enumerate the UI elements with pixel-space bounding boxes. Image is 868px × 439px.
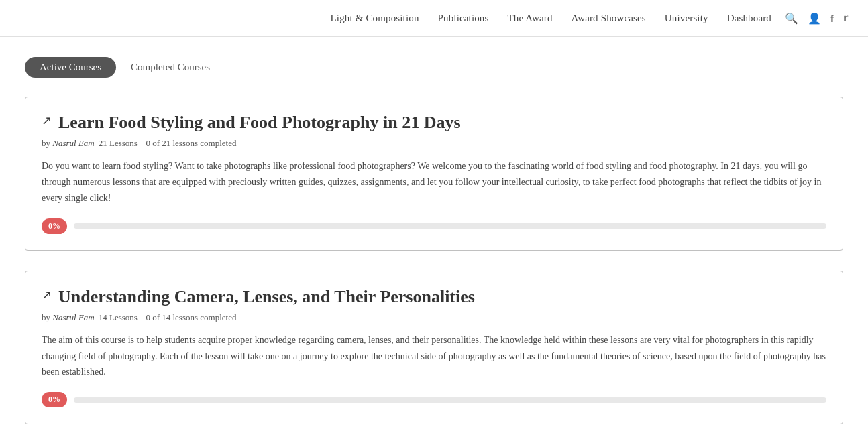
course-meta-2: by Nasrul Eam14 Lessons 0 of 14 lessons … (42, 312, 826, 323)
main-nav: Light & Composition Publications The Awa… (0, 0, 868, 37)
course-tabs: Active Courses Completed Courses (25, 57, 843, 78)
progress-badge-1: 0% (42, 218, 67, 234)
search-icon[interactable]: 🔍 (785, 12, 798, 25)
course-title-row-2: ↗ Understanding Camera, Lenses, and Thei… (42, 286, 826, 307)
course-title-2[interactable]: Understanding Camera, Lenses, and Their … (58, 286, 475, 307)
nav-award-showcases[interactable]: Award Showcases (572, 13, 646, 24)
course-description-1: Do you want to learn food styling? Want … (42, 158, 826, 206)
by-label-2: by (42, 312, 52, 322)
course-link-arrow-2[interactable]: ↗ (42, 288, 52, 302)
progress-bar-row-1: 0% (42, 218, 826, 234)
progress-badge-2: 0% (42, 392, 67, 407)
facebook-icon[interactable]: f (830, 13, 834, 24)
course-author-1: Nasrul Eam (52, 138, 94, 148)
nav-light-composition[interactable]: Light & Composition (331, 13, 419, 24)
progress-bar-bg-1 (74, 223, 826, 229)
nav-publications[interactable]: Publications (438, 13, 489, 24)
course-link-arrow-1[interactable]: ↗ (42, 113, 52, 128)
nav-university[interactable]: University (665, 13, 708, 24)
nav-the-award[interactable]: The Award (508, 13, 553, 24)
course-description-2: The aim of this course is to help studen… (42, 332, 826, 380)
course-lessons-1: 21 Lessons (99, 138, 138, 148)
course-progress-text-1: 0 of 21 lessons completed (146, 138, 236, 148)
tab-active-courses[interactable]: Active Courses (25, 57, 116, 78)
twitter-icon[interactable]: 𝕣 (843, 12, 848, 24)
tab-completed-courses[interactable]: Completed Courses (116, 57, 225, 78)
course-title-row-1: ↗ Learn Food Styling and Food Photograph… (42, 112, 826, 133)
course-author-2: Nasrul Eam (52, 312, 94, 322)
user-icon[interactable]: 👤 (808, 12, 821, 25)
nav-icons: 🔍 👤 f 𝕣 (785, 12, 848, 25)
progress-bar-row-2: 0% (42, 392, 826, 407)
course-meta-1: by Nasrul Eam21 Lessons 0 of 21 lessons … (42, 138, 826, 149)
course-progress-text-2: 0 of 14 lessons completed (146, 312, 236, 322)
course-card-1: ↗ Learn Food Styling and Food Photograph… (25, 97, 843, 251)
nav-dashboard[interactable]: Dashboard (727, 13, 771, 24)
course-title-1[interactable]: Learn Food Styling and Food Photography … (58, 112, 461, 133)
progress-bar-bg-2 (74, 397, 826, 403)
course-card-2: ↗ Understanding Camera, Lenses, and Thei… (25, 271, 843, 425)
course-lessons-2: 14 Lessons (99, 312, 138, 322)
main-content: Active Courses Completed Courses ↗ Learn… (11, 37, 857, 439)
by-label-1: by (42, 138, 52, 148)
